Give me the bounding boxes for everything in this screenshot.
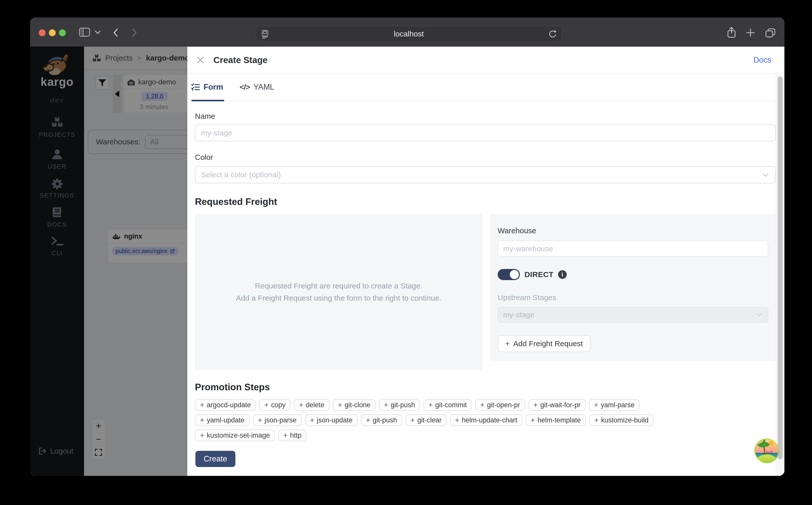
promotion-step-label: git-wait-for-pr (540, 401, 580, 409)
plus-icon: + (534, 401, 538, 409)
new-tab-icon[interactable] (746, 28, 755, 37)
promotion-step-chip[interactable]: +copy (259, 399, 291, 411)
upstream-stages-value: my-stage (503, 308, 534, 322)
plus-icon: + (505, 339, 510, 348)
create-button[interactable]: Create (195, 451, 235, 467)
drawer-title: Create Stage (213, 47, 268, 73)
tab-form[interactable]: Form (191, 73, 223, 101)
promotion-step-label: json-update (317, 416, 352, 424)
promotion-step-label: git-commit (435, 401, 467, 409)
close-icon (197, 56, 205, 64)
tab-yaml[interactable]: </> YAML (240, 73, 274, 101)
promotion-step-chip[interactable]: +json-update (305, 414, 358, 426)
island-avatar-badge[interactable] (754, 438, 780, 464)
drawer-header: Create Stage Docs (187, 47, 784, 73)
scrollbar-thumb[interactable] (778, 76, 783, 460)
plus-icon: + (429, 401, 433, 409)
active-tab-indicator (191, 100, 224, 101)
promotion-step-chip[interactable]: +kustomize-build (589, 414, 654, 426)
add-freight-request-label: Add Freight Request (513, 339, 583, 348)
promotion-steps-row: +argocd-update +copy +delete +git-clone … (195, 399, 776, 411)
promotion-step-label: helm-update-chart (462, 416, 517, 424)
promotion-step-chip[interactable]: +yaml-parse (589, 399, 640, 411)
plus-icon: + (594, 416, 599, 425)
kargo-app: kargo dev PROJECTS (30, 47, 784, 476)
plus-icon: + (200, 416, 204, 425)
tab-yaml-label: YAML (253, 82, 274, 92)
address-bar[interactable]: localhost (256, 26, 562, 41)
info-icon[interactable]: i (558, 270, 567, 279)
promotion-step-label: yaml-parse (601, 401, 634, 409)
plus-icon: + (594, 401, 598, 409)
minimize-window-button[interactable] (49, 29, 56, 36)
promotion-step-label: json-parse (265, 416, 296, 424)
chevron-down-icon[interactable] (95, 31, 100, 34)
color-select[interactable]: Select a color (optional) (195, 166, 776, 183)
promotion-step-label: yaml-update (207, 416, 245, 424)
promotion-step-chip[interactable]: +git-wait-for-pr (529, 399, 586, 411)
promotion-step-chip[interactable]: +argocd-update (195, 399, 256, 411)
promotion-step-chip[interactable]: +kustomize-set-image (195, 430, 275, 441)
url-text: localhost (256, 26, 561, 41)
add-freight-request-button[interactable]: + Add Freight Request (498, 335, 590, 352)
promotion-step-label: git-clear (418, 416, 442, 424)
warehouse-label: Warehouse (498, 226, 768, 235)
forward-icon[interactable] (132, 29, 137, 37)
browser-toolbar: localhost (30, 17, 784, 47)
name-label: Name (195, 112, 215, 121)
close-window-button[interactable] (39, 29, 46, 36)
empty-state-line2: Add a Freight Request using the form to … (236, 294, 442, 302)
promotion-step-chip[interactable]: +git-open-pr (475, 399, 525, 411)
plus-icon: + (310, 416, 314, 425)
tab-overview-icon[interactable] (765, 28, 776, 38)
name-input[interactable] (195, 125, 776, 141)
direct-toggle[interactable] (498, 269, 520, 280)
warehouse-input[interactable] (498, 240, 768, 257)
zoom-window-button[interactable] (59, 29, 66, 36)
promotion-step-chip[interactable]: +helm-update-chart (450, 414, 522, 426)
promotion-step-label: argocd-update (207, 401, 251, 409)
scrollbar-track[interactable] (776, 73, 784, 476)
plus-icon: + (299, 401, 303, 409)
promotion-steps-list: +argocd-update +copy +delete +git-clone … (195, 399, 776, 445)
upstream-stages-select: my-stage (498, 307, 768, 323)
promotion-step-label: kustomize-set-image (207, 432, 270, 440)
promotion-step-label: copy (271, 401, 285, 409)
plus-icon: + (200, 431, 204, 440)
plus-icon: + (264, 401, 269, 409)
promotion-steps-heading: Promotion Steps (195, 382, 270, 392)
close-button[interactable] (195, 54, 206, 65)
reload-icon[interactable] (548, 30, 557, 38)
promotion-steps-row: +yaml-update +json-parse +json-update +g… (195, 414, 776, 426)
promotion-step-chip[interactable]: +git-push (379, 399, 420, 411)
modal-dim-overlay (30, 47, 187, 476)
plus-icon: + (455, 416, 460, 425)
upstream-stages-label: Upstream Stages (498, 293, 768, 302)
promotion-step-chip[interactable]: +http (278, 430, 306, 441)
plus-icon: + (531, 416, 535, 425)
plus-icon: + (258, 416, 262, 425)
promotion-step-chip[interactable]: +delete (294, 399, 329, 411)
promotion-step-label: helm-template (538, 416, 581, 424)
promotion-step-chip[interactable]: +yaml-update (195, 414, 250, 426)
direct-label: DIRECT (524, 270, 554, 279)
toggle-knob (510, 270, 519, 279)
docs-link[interactable]: Docs (753, 47, 771, 73)
promotion-step-chip[interactable]: +git-clear (405, 414, 447, 426)
sidebar-toggle-icon[interactable] (79, 27, 90, 37)
color-label: Color (195, 153, 213, 162)
back-icon[interactable] (113, 29, 118, 37)
promotion-step-chip[interactable]: +json-parse (253, 414, 302, 426)
promotion-step-chip[interactable]: +helm-template (526, 414, 586, 426)
promotion-step-chip[interactable]: +git-clone (333, 399, 375, 411)
promotion-step-chip[interactable]: +git-commit (424, 399, 472, 411)
promotion-step-chip[interactable]: +git-push (361, 414, 402, 426)
tabs-bar: Form </> YAML (191, 73, 776, 101)
browser-window: localhost (30, 17, 784, 476)
share-icon[interactable] (727, 27, 736, 38)
color-select-placeholder: Select a color (optional) (201, 167, 281, 183)
freight-request-form: Warehouse DIRECT i Upstream Stages my-st… (490, 214, 776, 361)
plus-icon: + (384, 401, 388, 409)
plus-icon: + (480, 401, 485, 409)
promotion-step-label: http (290, 432, 301, 440)
